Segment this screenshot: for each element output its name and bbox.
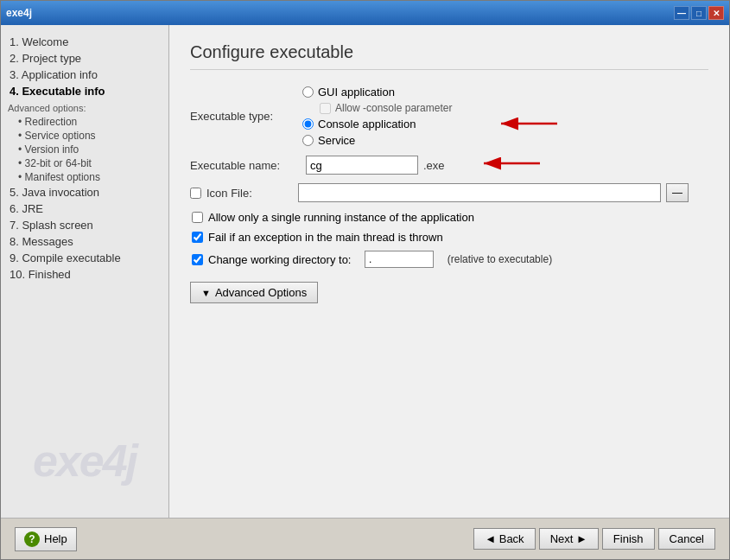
next-button[interactable]: Next ► <box>539 528 599 550</box>
exe-name-row: Executable name: .exe <box>190 156 708 175</box>
advanced-options-button[interactable]: ▼ Advanced Options <box>190 282 318 303</box>
sidebar-item-32-64-bit[interactable]: • 32-bit or 64-bit <box>8 156 162 170</box>
main-window: exe4j — □ ✕ 1. Welcome 2. Project type 3… <box>0 0 730 560</box>
next-label: Next ► <box>550 532 587 545</box>
sidebar-advanced-options-label: Advanced options: <box>8 103 162 113</box>
gui-radio[interactable] <box>302 86 314 98</box>
content-area: 1. Welcome 2. Project type 3. Applicatio… <box>1 25 729 518</box>
console-radio[interactable] <box>302 118 314 130</box>
change-dir-note: (relative to executable) <box>448 253 552 265</box>
executable-type-label: Executable type: <box>190 110 302 123</box>
allow-console-checkbox[interactable] <box>320 103 331 114</box>
sidebar-item-service-options[interactable]: • Service options <box>8 129 162 143</box>
gui-radio-label[interactable]: GUI application <box>318 86 395 99</box>
sidebar-item-manifest-options[interactable]: • Manifest options <box>8 170 162 184</box>
executable-type-radio-group: GUI application Allow -console parameter… <box>302 86 452 147</box>
icon-file-checkbox[interactable] <box>190 188 201 199</box>
change-dir-checkbox[interactable] <box>192 254 203 265</box>
icon-file-path-input[interactable] <box>298 183 661 202</box>
sidebar-item-compile[interactable]: 9. Compile executable <box>8 250 162 266</box>
back-button[interactable]: ◄ Back <box>473 528 535 550</box>
fail-exception-label[interactable]: Fail if an exception in the main thread … <box>208 231 443 244</box>
service-radio[interactable] <box>302 135 314 146</box>
exe-name-label: Executable name: <box>190 159 302 172</box>
icon-file-row: Icon File: — <box>190 183 708 202</box>
sidebar-item-version-info[interactable]: • Version info <box>8 143 162 156</box>
exe-name-input[interactable] <box>306 156 418 175</box>
help-label: Help <box>44 532 67 545</box>
sidebar-item-project-type[interactable]: 2. Project type <box>8 50 162 67</box>
sidebar-item-messages[interactable]: 8. Messages <box>8 233 162 250</box>
icon-browse-button[interactable]: — <box>666 183 689 202</box>
bottom-bar: ? Help ◄ Back Next ► Finish Cancel <box>1 518 729 559</box>
close-button[interactable]: ✕ <box>708 6 724 20</box>
advanced-options-dropdown-icon: ▼ <box>201 288 211 298</box>
single-instance-label[interactable]: Allow only a single running instance of … <box>208 211 474 224</box>
change-dir-input[interactable] <box>365 251 434 268</box>
finish-button[interactable]: Finish <box>602 528 655 550</box>
service-radio-label[interactable]: Service <box>318 134 355 147</box>
minimize-button[interactable]: — <box>674 6 689 20</box>
sidebar: 1. Welcome 2. Project type 3. Applicatio… <box>1 25 169 518</box>
sidebar-item-jre[interactable]: 6. JRE <box>8 200 162 217</box>
exe-extension: .exe <box>423 159 445 172</box>
sidebar-item-app-info[interactable]: 3. Application info <box>8 67 162 83</box>
sidebar-item-exe-info[interactable]: 4. Executable info <box>8 83 162 99</box>
single-instance-checkbox[interactable] <box>192 212 203 223</box>
console-arrow-annotation <box>492 112 562 137</box>
allow-console-label[interactable]: Allow -console parameter <box>335 102 452 114</box>
sidebar-watermark: exe4j <box>33 438 136 483</box>
icon-file-label[interactable]: Icon File: <box>206 187 293 200</box>
allow-console-row: Allow -console parameter <box>302 102 452 114</box>
sidebar-item-finished[interactable]: 10. Finished <box>8 266 162 283</box>
advanced-options-label: Advanced Options <box>215 286 307 299</box>
console-radio-row: Console application <box>302 118 452 130</box>
sidebar-item-redirection[interactable]: • Redirection <box>8 115 162 129</box>
panel-title: Configure executable <box>190 42 708 70</box>
gui-radio-row: GUI application <box>302 86 452 99</box>
help-button[interactable]: ? Help <box>15 527 77 551</box>
maximize-button[interactable]: □ <box>691 6 707 20</box>
main-panel: Configure executable Executable type: GU… <box>169 25 729 518</box>
fail-exception-checkbox[interactable] <box>192 232 203 243</box>
exe-name-arrow-annotation <box>475 151 544 175</box>
console-radio-label[interactable]: Console application <box>318 118 416 130</box>
cancel-label: Cancel <box>670 532 704 545</box>
navigation-buttons: ◄ Back Next ► Finish Cancel <box>473 528 715 550</box>
change-dir-label[interactable]: Change working directory to: <box>208 253 351 266</box>
single-instance-row: Allow only a single running instance of … <box>190 211 708 224</box>
help-icon: ? <box>24 531 40 547</box>
fail-exception-row: Fail if an exception in the main thread … <box>190 231 708 244</box>
service-radio-row: Service <box>302 134 452 147</box>
title-bar: exe4j — □ ✕ <box>1 1 729 25</box>
sidebar-item-java-invocation[interactable]: 5. Java invocation <box>8 184 162 200</box>
executable-type-row: Executable type: GUI application Allow -… <box>190 86 708 147</box>
cancel-button[interactable]: Cancel <box>658 528 715 550</box>
window-title: exe4j <box>6 7 32 19</box>
sidebar-item-welcome[interactable]: 1. Welcome <box>8 34 162 50</box>
change-dir-row: Change working directory to: (relative t… <box>190 251 708 268</box>
sidebar-item-splash-screen[interactable]: 7. Splash screen <box>8 217 162 233</box>
title-bar-buttons: — □ ✕ <box>674 6 724 20</box>
back-label: ◄ Back <box>485 532 524 545</box>
finish-label: Finish <box>613 532 644 545</box>
